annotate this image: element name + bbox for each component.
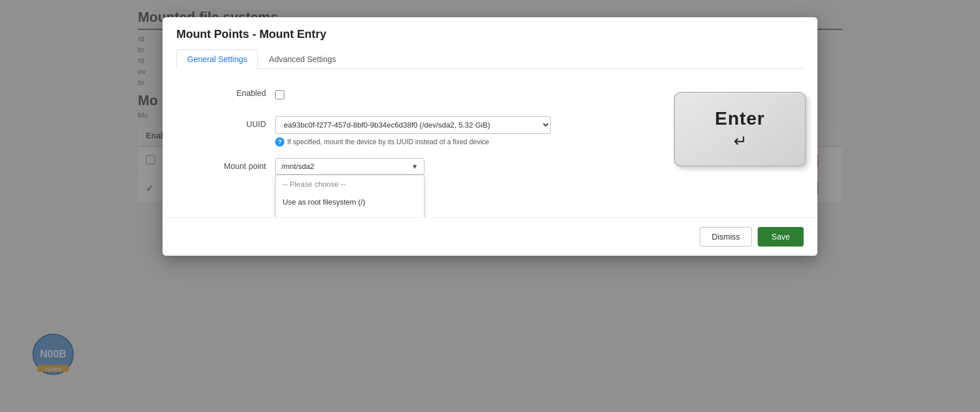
uuid-help-text: ? If specified, mount the device by its … [275,137,794,147]
modal-header: Mount Points - Mount Entry General Setti… [163,17,817,69]
modal-title: Mount Points - Mount Entry [176,28,804,41]
enabled-control [275,85,794,105]
help-icon: ? [275,137,284,147]
modal-body: Enter ↵ Enabled UUID ea93bc0f-f277-457d-… [163,69,817,217]
dropdown-item-overlay[interactable]: Use as external overlay (/overlay) [276,211,424,217]
dropdown-item-root[interactable]: Use as root filesystem (/) [276,193,424,211]
tab-general-settings[interactable]: General Settings [176,49,258,69]
mount-point-dropdown[interactable]: /mnt/sda2 ▼ -- Please choose -- Use as r… [275,158,425,175]
dropdown-selected-value[interactable]: /mnt/sda2 ▼ [275,158,425,175]
modal-overlay: Mount Points - Mount Entry General Setti… [0,0,980,412]
dropdown-item-placeholder[interactable]: -- Please choose -- [276,175,424,193]
uuid-row: UUID ea93bc0f-f277-457d-8bf0-9b34ec6d38f… [186,116,794,147]
enabled-checkbox-wrap [275,85,794,105]
enabled-label: Enabled [186,85,266,98]
save-button[interactable]: Save [758,227,804,247]
enabled-checkbox[interactable] [275,90,284,99]
uuid-label: UUID [186,116,266,129]
uuid-control: ea93bc0f-f277-457d-8bf0-9b34ec6d38f0 (/d… [275,116,794,147]
mount-point-row: Mount point /mnt/sda2 ▼ -- Please choose… [186,158,794,190]
modal-dialog: Mount Points - Mount Entry General Setti… [163,17,817,256]
dropdown-list: -- Please choose -- Use as root filesyst… [275,175,425,217]
enabled-row: Enabled [186,85,794,105]
tab-advanced-settings[interactable]: Advanced Settings [258,49,347,69]
mount-point-label: Mount point [186,158,266,171]
modal-footer: Dismiss Save [163,217,817,256]
dropdown-arrow-icon: ▼ [411,163,418,171]
dropdown-current-value: /mnt/sda2 [281,162,314,171]
dismiss-button[interactable]: Dismiss [700,227,752,247]
tab-bar: General Settings Advanced Settings [176,49,804,69]
mount-point-control: /mnt/sda2 ▼ -- Please choose -- Use as r… [275,158,794,190]
uuid-select[interactable]: ea93bc0f-f277-457d-8bf0-9b34ec6d38f0 (/d… [275,116,551,134]
